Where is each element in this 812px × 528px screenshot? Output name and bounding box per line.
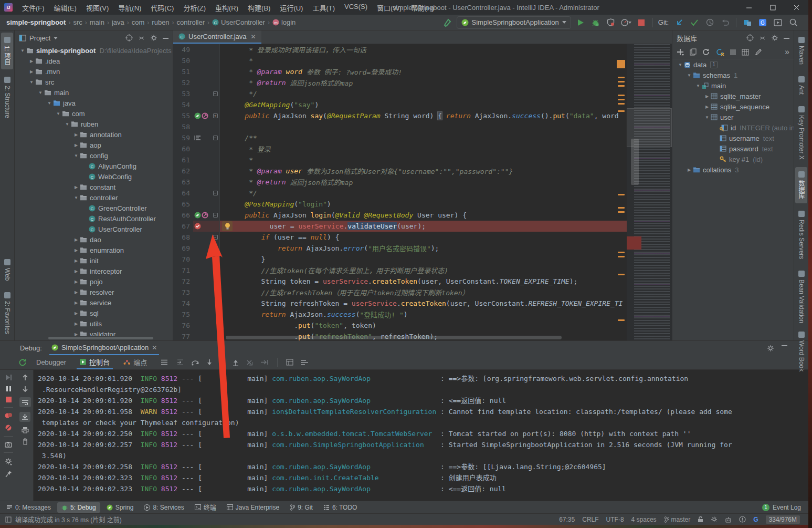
tree-row[interactable]: ▶sqlite_master: [672, 91, 794, 101]
git-update-button[interactable]: [673, 17, 685, 28]
tree-toggle-icon[interactable]: ▶: [72, 143, 80, 148]
tool-strip-tab[interactable]: Bean Validation: [796, 266, 807, 327]
tree-row[interactable]: ▶validator: [15, 329, 173, 336]
breadcrumb-item[interactable]: ruben: [152, 18, 169, 26]
line-number[interactable]: 54: [173, 99, 193, 110]
stripe-mark[interactable]: [618, 95, 625, 96]
collapse-all-icon[interactable]: [138, 35, 145, 42]
code-line[interactable]: 72 String token = userService.createToke…: [173, 276, 672, 287]
duplicate-icon[interactable]: [690, 48, 697, 56]
line-number[interactable]: 72: [173, 276, 193, 287]
code-area[interactable]: 49 * 登录成功时调用该接口，传入一句话50 *51 * @param wor…: [173, 44, 672, 340]
refresh-icon[interactable]: [702, 48, 710, 56]
print-icon[interactable]: [22, 427, 29, 433]
stripe-mark[interactable]: [618, 110, 625, 112]
code-line[interactable]: 66− public AjaxJson login(@Valid @Reques…: [173, 210, 672, 221]
run-to-cursor-icon[interactable]: [260, 359, 269, 366]
tree-row[interactable]: ▶aop: [15, 140, 173, 150]
editor-tab[interactable]: C UserController.java ✕: [173, 30, 261, 44]
tree-toggle-icon[interactable]: ▶: [72, 322, 80, 326]
tree-row[interactable]: idINTEGER (auto incr: [672, 122, 794, 133]
caret-position[interactable]: 67:35: [559, 516, 575, 523]
code-line[interactable]: 60 * 登录: [173, 143, 672, 154]
spring-bean-icon[interactable]: [194, 212, 201, 219]
tool-window-tab[interactable]: 终端: [191, 501, 220, 513]
gear-icon[interactable]: [150, 34, 157, 42]
fold-marker[interactable]: −: [211, 210, 219, 221]
code-line[interactable]: 69 return AjaxJson.error("用户名或密码错误");: [173, 243, 672, 254]
lightbulb-icon[interactable]: [222, 221, 233, 231]
collapse-all-icon[interactable]: [759, 35, 766, 42]
code-line[interactable]: 65 @PostMapping("login"): [173, 199, 672, 210]
tree-toggle-icon[interactable]: ▶: [72, 269, 80, 274]
line-number[interactable]: 71: [173, 265, 193, 276]
edit-icon[interactable]: [755, 48, 762, 56]
tree-toggle-icon[interactable]: ▼: [55, 111, 62, 116]
code-line[interactable]: 68− if (user == null) {: [173, 232, 672, 243]
tool-window-tab[interactable]: 8: Services: [140, 502, 188, 513]
robot-icon[interactable]: [725, 516, 732, 523]
menu-item[interactable]: 代码(C): [146, 1, 178, 14]
console-run-icon[interactable]: [772, 17, 784, 28]
line-number[interactable]: 75: [173, 309, 193, 320]
fold-marker[interactable]: −: [211, 254, 219, 265]
rerun-button[interactable]: [19, 358, 27, 366]
tree-toggle-icon[interactable]: ▶: [28, 59, 35, 64]
code-minimap[interactable]: [627, 44, 672, 340]
mute-breakpoints-button[interactable]: [5, 424, 12, 431]
line-number[interactable]: 50: [173, 55, 193, 66]
tree-row[interactable]: ▶.idea: [15, 56, 173, 66]
breadcrumb-item[interactable]: java: [112, 18, 124, 26]
chevron-down-icon[interactable]: [54, 37, 58, 39]
hide-panel-icon[interactable]: [782, 345, 787, 346]
breakpoint-icon[interactable]: [194, 223, 201, 230]
tool-strip-tab[interactable]: 1: 项目: [1, 33, 13, 69]
tree-toggle-icon[interactable]: ▶: [72, 132, 80, 137]
tool-strip-tab[interactable]: Redis Servers: [796, 206, 807, 263]
gear-small-icon[interactable]: [711, 516, 718, 523]
line-number[interactable]: 70: [173, 254, 193, 265]
tree-row[interactable]: ▶dao: [15, 234, 173, 245]
line-ending[interactable]: CRLF: [582, 516, 598, 523]
code-line[interactable]: 49 * 登录成功时调用该接口，传入一句话: [173, 44, 672, 55]
tree-toggle-icon[interactable]: ▼: [677, 63, 684, 67]
layout-options-icon[interactable]: [161, 359, 168, 365]
stripe-mark[interactable]: [618, 99, 625, 100]
tree-row[interactable]: CAliyunConfig: [15, 161, 173, 171]
maximize-button[interactable]: [761, 0, 785, 15]
clear-console-icon[interactable]: [22, 438, 28, 445]
pause-button[interactable]: [6, 386, 12, 392]
tool-window-tab[interactable]: 0: Messages: [2, 502, 55, 513]
fold-marker[interactable]: +: [211, 110, 219, 121]
tree-row[interactable]: ▶resolver: [15, 287, 173, 297]
line-number[interactable]: 67: [173, 221, 193, 232]
line-number[interactable]: 64: [173, 188, 193, 199]
tree-row[interactable]: ▶sql: [15, 308, 173, 318]
project-hscrollbar[interactable]: [48, 337, 153, 339]
fold-marker[interactable]: −: [211, 188, 219, 199]
align-icon[interactable]: [194, 135, 201, 141]
step-out-icon[interactable]: [233, 359, 239, 366]
request-mapping-icon[interactable]: [202, 112, 208, 119]
down-stack-icon[interactable]: [22, 386, 28, 392]
build-hammer-icon[interactable]: [441, 17, 453, 28]
menu-item[interactable]: 重构(R): [211, 1, 242, 14]
breadcrumb-item[interactable]: main: [90, 18, 104, 26]
tree-toggle-icon[interactable]: ▼: [64, 122, 71, 127]
show-execution-point-icon[interactable]: [176, 359, 184, 366]
code-line[interactable]: 76 .put("token", token): [173, 320, 672, 331]
code-line[interactable]: 54 @GetMapping("say"): [173, 99, 672, 110]
sync-dialects-icon[interactable]: [716, 48, 724, 56]
stripe-mark[interactable]: [618, 194, 625, 195]
stripe-mark[interactable]: [618, 274, 625, 275]
changes-icon[interactable]: [742, 17, 753, 28]
tree-row[interactable]: CUserController: [15, 224, 173, 234]
up-stack-icon[interactable]: [22, 374, 28, 381]
code-line[interactable]: 63 * @return 返回json格式的map: [173, 177, 672, 188]
tree-row[interactable]: ▶constant: [15, 182, 173, 192]
tree-row[interactable]: ▼user: [672, 112, 794, 122]
code-line[interactable]: 51 * @param word 参数 例子: ?word=登录成功!: [173, 66, 672, 77]
gutter-icons[interactable]: [193, 110, 211, 121]
code-line[interactable]: 61 *: [173, 154, 672, 165]
soft-wrap-toggle[interactable]: [19, 397, 31, 407]
